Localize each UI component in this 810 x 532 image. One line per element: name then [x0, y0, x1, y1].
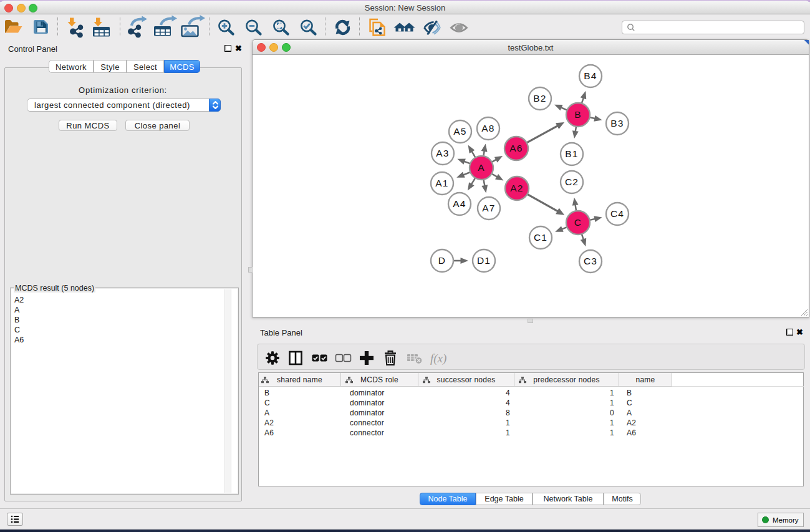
svg-text:A7: A7 — [482, 203, 495, 213]
svg-text:A6: A6 — [509, 143, 523, 153]
svg-text:A1: A1 — [435, 178, 448, 188]
svg-text:D1: D1 — [477, 255, 491, 266]
svg-text:A4: A4 — [453, 198, 466, 209]
svg-text:A2: A2 — [510, 183, 523, 193]
svg-text:B: B — [574, 109, 582, 120]
svg-text:A3: A3 — [436, 148, 449, 158]
svg-text:C4: C4 — [610, 208, 624, 219]
svg-text:C3: C3 — [584, 256, 597, 266]
svg-text:B1: B1 — [565, 148, 578, 159]
svg-text:A: A — [478, 162, 485, 173]
svg-text:D: D — [438, 255, 446, 266]
svg-text:C1: C1 — [534, 232, 547, 243]
svg-text:A5: A5 — [453, 126, 466, 137]
svg-text:B4: B4 — [584, 70, 597, 81]
svg-text:C: C — [574, 217, 582, 228]
svg-text:B3: B3 — [610, 118, 624, 128]
svg-text:f(x): f(x) — [430, 352, 446, 365]
svg-text:B2: B2 — [533, 93, 546, 104]
svg-text:C2: C2 — [565, 177, 579, 187]
svg-text:A8: A8 — [481, 123, 494, 133]
